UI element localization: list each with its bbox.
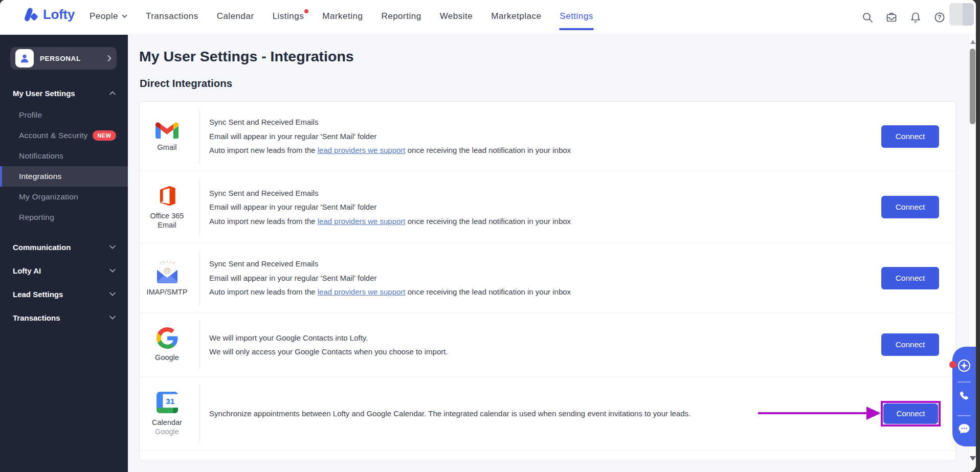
sidebar-item-my-organization[interactable]: My Organization — [0, 187, 128, 207]
listings-notification-dot — [304, 9, 308, 13]
next-row-partial — [140, 450, 956, 461]
lead-providers-link[interactable]: lead providers we support — [318, 146, 406, 154]
scrollbar-up-arrow[interactable] — [970, 40, 975, 44]
sidebar-section-my-user-settings[interactable]: My User Settings — [0, 81, 128, 105]
integration-name: Gmail — [158, 143, 177, 152]
lofty-logo-text: Lofty — [43, 7, 75, 23]
google-calendar-icon: 31 — [157, 391, 178, 414]
imap-smtp-icon: @ — [156, 260, 179, 283]
connect-button-office365[interactable]: Connect — [881, 196, 939, 218]
connect-button-google-calendar[interactable]: Connect — [883, 403, 938, 424]
widget-divider — [957, 415, 971, 416]
account-switcher[interactable]: PERSONAL — [10, 47, 117, 70]
nav-marketplace[interactable]: Marketplace — [491, 11, 541, 21]
annotation-highlight-box: Connect — [881, 401, 941, 426]
nav-transactions[interactable]: Transactions — [146, 11, 198, 21]
chat-icon[interactable] — [958, 422, 971, 435]
sidebar-section-communication[interactable]: Communication — [0, 235, 128, 259]
nav-calendar[interactable]: Calendar — [217, 11, 254, 21]
svg-text:?: ? — [938, 14, 941, 21]
main-nav: People Transactions Calendar Listings Ma… — [90, 0, 593, 33]
chevron-down-icon — [109, 316, 116, 320]
integration-row-google: Google We will import your Google Contac… — [140, 312, 956, 376]
notifications-icon[interactable] — [909, 11, 922, 24]
sidebar-section-transactions[interactable]: Transactions — [0, 306, 128, 329]
integration-description: Sync Sent and Received Emails Email will… — [200, 115, 881, 158]
sparkle-icon[interactable] — [957, 359, 971, 372]
app-window: Lofty People Transactions Calendar Listi… — [0, 0, 976, 472]
widget-notification-dot — [949, 361, 956, 368]
chevron-down-icon — [122, 14, 127, 18]
settings-sidebar: PERSONAL My User Settings Profile Accoun… — [0, 35, 128, 472]
help-icon[interactable]: ? — [933, 11, 946, 24]
nav-website[interactable]: Website — [440, 11, 473, 21]
sidebar-item-reporting[interactable]: Reporting — [0, 207, 128, 228]
scrollbar-down-arrow[interactable] — [970, 456, 976, 461]
page-title: My User Settings - Integrations — [139, 48, 354, 64]
annotation-arrow-head — [866, 407, 881, 420]
nav-reporting[interactable]: Reporting — [381, 11, 421, 21]
search-icon[interactable] — [861, 11, 874, 24]
gmail-icon — [155, 121, 179, 139]
sidebar-item-profile[interactable]: Profile — [0, 105, 128, 125]
svg-text:@: @ — [163, 265, 171, 274]
integration-description: Sync Sent and Received Emails Email will… — [200, 186, 881, 229]
sidebar-section-lead-settings[interactable]: Lead Settings — [0, 282, 128, 306]
nav-settings[interactable]: Settings — [560, 11, 593, 21]
widget-divider — [957, 381, 971, 383]
account-switcher-label: PERSONAL — [40, 55, 107, 62]
lofty-logo[interactable]: Lofty — [23, 7, 75, 23]
sidebar-item-account-security[interactable]: Account & Security NEW — [0, 125, 128, 146]
topbar-icons: ? — [861, 0, 946, 35]
svg-text:31: 31 — [166, 397, 174, 406]
integration-name: Google — [155, 353, 179, 362]
sidebar-menu: My User Settings Profile Account & Secur… — [0, 81, 128, 329]
sidebar-item-notifications[interactable]: Notifications — [0, 146, 128, 166]
google-icon — [157, 327, 178, 349]
integration-row-office365: Office 365Email Sync Sent and Received E… — [140, 171, 956, 243]
user-avatar[interactable] — [949, 3, 974, 26]
chevron-down-icon — [109, 292, 116, 296]
section-title: Direct Integrations — [140, 77, 232, 89]
lead-providers-link[interactable]: lead providers we support — [318, 217, 406, 226]
integration-name: IMAP/SMTP — [147, 287, 188, 297]
lead-providers-link[interactable]: lead providers we support — [318, 287, 406, 296]
chevron-down-icon — [109, 268, 116, 273]
main-content: My User Settings - Integrations Direct I… — [128, 35, 968, 472]
integration-row-gmail: Gmail Sync Sent and Received Emails Emai… — [140, 102, 956, 171]
chevron-right-icon — [107, 55, 112, 61]
nav-people[interactable]: People — [90, 11, 127, 21]
phone-icon[interactable] — [958, 390, 970, 402]
integration-row-imap-smtp: @ IMAP/SMTP Sync Sent and Received Email… — [140, 243, 956, 312]
integration-description: Sync Sent and Received Emails Email will… — [200, 257, 881, 299]
connect-button-gmail[interactable]: Connect — [881, 125, 939, 148]
lofty-logo-icon — [23, 7, 39, 23]
sidebar-section-lofty-ai[interactable]: Lofty AI — [0, 259, 128, 282]
integration-name: Office 365Email — [150, 211, 184, 230]
nav-listings[interactable]: Listings — [273, 11, 304, 21]
integration-name: CalendarGoogle — [152, 418, 182, 436]
scrollbar-thumb[interactable] — [970, 49, 975, 124]
inbox-icon[interactable] — [885, 11, 898, 24]
floating-contact-widget — [952, 347, 976, 446]
chevron-up-icon — [109, 91, 116, 95]
integrations-list: Gmail Sync Sent and Received Emails Emai… — [139, 101, 956, 461]
integration-description: We will import your Google Contacts into… — [200, 331, 881, 359]
annotation-arrow-line — [758, 412, 866, 414]
sidebar-item-integrations[interactable]: Integrations — [0, 166, 128, 187]
nav-marketing[interactable]: Marketing — [322, 11, 363, 21]
account-avatar-icon — [15, 49, 34, 68]
chevron-down-icon — [109, 245, 116, 249]
top-navigation-bar: Lofty People Transactions Calendar Listi… — [0, 0, 976, 35]
connect-button-google[interactable]: Connect — [881, 333, 939, 356]
office365-icon — [157, 185, 178, 207]
connect-button-imap-smtp[interactable]: Connect — [881, 267, 939, 289]
new-badge: NEW — [93, 130, 117, 141]
